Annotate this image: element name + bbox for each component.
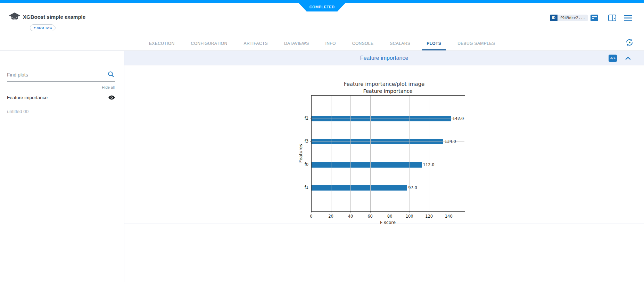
plot-item-label: Feature importance bbox=[7, 95, 48, 100]
x-tick-label: 40 bbox=[343, 214, 358, 219]
top-accent-bar bbox=[0, 0, 644, 3]
tab-plots[interactable]: PLOTS bbox=[427, 36, 441, 50]
add-tag-button[interactable]: + ADD TAG bbox=[30, 24, 57, 31]
hamburger-menu-icon[interactable] bbox=[624, 15, 632, 22]
experiment-tabs: EXECUTION CONFIGURATION ARTIFACTS DATAVI… bbox=[0, 36, 644, 50]
y-axis-label: Features bbox=[298, 95, 303, 211]
hide-all-button[interactable]: Hide all bbox=[102, 85, 115, 89]
tag-tail-icon bbox=[52, 24, 57, 31]
auto-refresh-icon[interactable] bbox=[625, 38, 634, 48]
view-code-icon[interactable]: </> bbox=[609, 55, 617, 62]
tab-debug-samples[interactable]: DEBUG SAMPLES bbox=[457, 36, 495, 50]
add-tag-label: + ADD TAG bbox=[30, 24, 52, 31]
id-value: f949dce2... bbox=[558, 15, 588, 21]
experiment-id-badge[interactable]: ID f949dce2... bbox=[550, 15, 588, 21]
chart-title: Feature importance bbox=[311, 88, 464, 94]
tab-scalars[interactable]: SCALARS bbox=[390, 36, 410, 50]
plot-section-header: Feature importance bbox=[124, 51, 644, 65]
x-tick-mark bbox=[390, 211, 390, 212]
x-tick-mark bbox=[370, 211, 371, 212]
feature-importance-chart[interactable]: Feature importance Features F score 0204… bbox=[298, 87, 479, 229]
x-tick-mark bbox=[350, 211, 351, 212]
find-plots-input[interactable] bbox=[7, 70, 115, 82]
eye-visible-icon[interactable] bbox=[108, 95, 115, 100]
x-tick-mark bbox=[429, 211, 429, 212]
y-tick-mark bbox=[310, 119, 311, 119]
x-tick-mark bbox=[449, 211, 449, 212]
tab-info[interactable]: INFO bbox=[325, 36, 336, 50]
plot-item-label: untitled 00 bbox=[7, 109, 28, 114]
table-view-icon[interactable] bbox=[608, 15, 616, 23]
id-chip: ID bbox=[550, 15, 558, 21]
search-icon[interactable] bbox=[108, 71, 114, 79]
x-tick-label: 0 bbox=[304, 214, 319, 219]
plot-section-title: Feature importance bbox=[360, 55, 408, 61]
x-tick-label: 120 bbox=[421, 214, 437, 219]
chevron-up-icon[interactable] bbox=[625, 56, 631, 62]
x-tick-label: 140 bbox=[441, 214, 456, 219]
x-tick-label: 60 bbox=[363, 214, 378, 219]
tab-dataviews[interactable]: DATAVIEWS bbox=[284, 36, 309, 50]
tab-artifacts[interactable]: ARTIFACTS bbox=[244, 36, 268, 50]
y-tick-mark bbox=[310, 165, 311, 165]
x-tick-label: 80 bbox=[382, 214, 397, 219]
bar-value-label: 142.0 bbox=[452, 116, 464, 121]
x-tick-mark bbox=[410, 211, 410, 212]
bar-value-label: 112.0 bbox=[423, 162, 435, 168]
tab-execution[interactable]: EXECUTION bbox=[149, 36, 175, 50]
x-axis-label: F score bbox=[311, 220, 464, 225]
x-tick-label: 100 bbox=[402, 214, 417, 219]
y-tick-mark bbox=[310, 188, 311, 188]
experiment-logo-icon bbox=[8, 10, 21, 24]
sidebar-item-feature-importance[interactable]: Feature importance bbox=[7, 92, 115, 102]
status-badge: COMPLETED bbox=[299, 3, 345, 11]
x-tick-label: 20 bbox=[323, 214, 339, 219]
x-tick-mark bbox=[331, 211, 331, 212]
y-tick-mark bbox=[310, 142, 311, 142]
bar-value-label: 97.0 bbox=[408, 185, 417, 191]
plots-sidebar: Hide all Feature importance untitled 00 bbox=[0, 51, 124, 282]
chart-axes-box bbox=[311, 95, 465, 212]
tab-configuration[interactable]: CONFIGURATION bbox=[191, 36, 228, 50]
experiment-title: XGBoost simple example bbox=[23, 14, 85, 20]
details-panel-icon[interactable] bbox=[591, 15, 598, 23]
x-tick-mark bbox=[311, 211, 312, 212]
tab-console[interactable]: CONSOLE bbox=[352, 36, 373, 50]
sidebar-item-untitled-00[interactable]: untitled 00 bbox=[7, 106, 115, 116]
bar-value-label: 134.0 bbox=[445, 139, 456, 144]
figure-title: Feature importance/plot image bbox=[124, 81, 644, 87]
